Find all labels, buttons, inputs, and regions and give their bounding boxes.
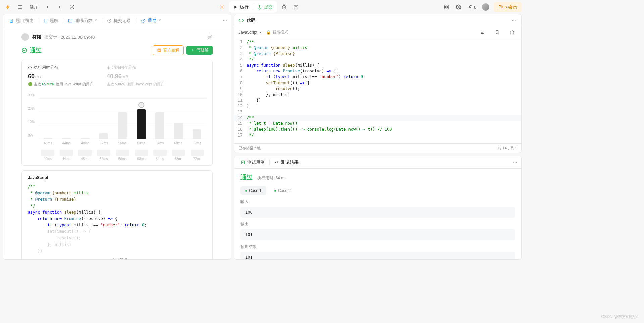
shuffle-icon[interactable] [66, 2, 77, 12]
chart-bar[interactable] [62, 138, 71, 139]
bookmark-icon[interactable] [492, 27, 502, 38]
chart-bar[interactable] [81, 138, 90, 139]
svg-rect-4 [447, 5, 448, 7]
timer-icon[interactable] [279, 2, 289, 12]
plus-badge[interactable]: Plus 会员 [494, 2, 522, 12]
memory-value: 40.96 [107, 73, 122, 80]
language-select[interactable]: JavaScript [238, 30, 262, 35]
close-icon[interactable]: ✕ [94, 18, 97, 23]
result-panel: 测试用例 测试结果 ⋯ 通过 执行用时: 64 ms Case 1Case 2 … [234, 156, 522, 260]
result-more-icon[interactable]: ⋯ [512, 158, 519, 166]
left-tabstrip: 题目描述 题解 睡眠函数✕ 提交记录 通过✕ ⋯ [3, 14, 231, 27]
case-tab[interactable]: Case 2 [270, 186, 296, 195]
toggle-sidebar-icon[interactable] [15, 2, 25, 12]
svg-rect-12 [241, 161, 244, 164]
thumb[interactable]: 68ms [169, 150, 187, 161]
svg-point-7 [458, 6, 459, 8]
streak-button[interactable]: 0 [465, 2, 479, 12]
notes-icon[interactable] [291, 2, 302, 12]
thumb[interactable]: 64ms [151, 150, 169, 161]
tab-solution[interactable]: 题解 [40, 14, 62, 27]
expected-value: 101 [240, 252, 515, 259]
link-icon[interactable] [207, 34, 213, 40]
chart-marker-avatar [138, 102, 144, 108]
chart-thumbnails: 40ms44ms48ms52ms56ms60ms64ms68ms72ms [39, 150, 206, 161]
output-value: 101 [240, 229, 515, 240]
tab-testcases[interactable]: 测试用例 [237, 156, 268, 169]
user-avatar[interactable] [21, 33, 29, 41]
output-label: 输出 [240, 221, 515, 227]
code-panel: 代码 ⋯ JavaScript 🔒 智能模式 1/**2 * @param {n… [234, 14, 522, 153]
thumb[interactable]: 52ms [95, 150, 113, 161]
submit-time: 2023.12.06 09:40 [61, 35, 95, 40]
code-lang-label: JavaScript [28, 175, 206, 180]
run-submit-pill: 运行 提交 [229, 1, 277, 13]
case-tab[interactable]: Case 1 [240, 186, 266, 195]
tab-description[interactable]: 题目描述 [6, 14, 37, 27]
thumb[interactable]: 48ms [76, 150, 94, 161]
write-solution-button[interactable]: ＋ 写题解 [186, 46, 213, 55]
svg-rect-3 [444, 5, 446, 7]
top-bar: 题库 运行 提交 0 Plus 会员 [0, 0, 524, 14]
chart-bar[interactable] [44, 138, 52, 139]
layout-icon[interactable] [441, 2, 452, 12]
runtime-chart: 0%10%20%30%40ms44ms48ms52ms56ms60ms64ms6… [28, 93, 206, 147]
prev-problem-icon[interactable] [42, 2, 53, 12]
close-icon[interactable]: ✕ [158, 18, 161, 23]
expected-label: 预期结果 [240, 244, 515, 250]
avatar[interactable] [480, 2, 491, 12]
code-more-icon[interactable]: ⋯ [510, 16, 517, 24]
debug-icon[interactable] [217, 2, 227, 12]
left-panel: 题目描述 题解 睡眠函数✕ 提交记录 通过✕ ⋯ 符韬 提交于 2023.12.… [3, 14, 231, 260]
svg-rect-5 [444, 7, 446, 9]
official-solution-button[interactable]: 官方题解 [153, 45, 184, 55]
left-body: 符韬 提交于 2023.12.06 09:40 通过 官方题解 ＋ 写题解 [3, 27, 231, 259]
code-preview-card: JavaScript /** * @param {number} millis … [21, 170, 213, 259]
thumb[interactable]: 72ms [188, 150, 206, 161]
chart-bar[interactable] [193, 129, 201, 139]
input-value: 100 [240, 207, 515, 218]
submission-header: 符韬 提交于 2023.12.06 09:40 [21, 33, 213, 41]
tab-problem[interactable]: 睡眠函数✕ [65, 14, 101, 27]
result-runtime: 执行用时: 64 ms [257, 175, 286, 181]
runtime-title: 执行用时分布 [28, 65, 93, 70]
status-pass: 通过 [21, 46, 42, 54]
cursor-pos: 行 14，列 5 [498, 146, 517, 151]
format-icon[interactable] [477, 27, 488, 38]
code-editor[interactable]: 1/**2 * @param {number} millis3 * @retur… [234, 38, 521, 143]
reset-icon[interactable] [506, 27, 517, 38]
memory-title: ◉ 消耗内存分布 [107, 65, 164, 70]
svg-point-0 [221, 6, 223, 8]
settings-icon[interactable] [453, 2, 464, 12]
username[interactable]: 符韬 [32, 34, 41, 40]
chart-bar[interactable] [137, 109, 146, 139]
input-label: 输入 [240, 199, 515, 205]
svg-rect-6 [447, 7, 448, 9]
chart-bar[interactable] [118, 112, 127, 139]
result-status: 通过 [240, 173, 253, 181]
chart-bar[interactable] [155, 112, 164, 139]
submit-button[interactable]: 提交 [253, 2, 277, 12]
more-icon[interactable]: ⋯ [221, 17, 228, 24]
tab-testresults[interactable]: 测试结果 [271, 156, 302, 169]
memory-beat: 击败 5.06% 使用 JavaScript 的用户 [107, 82, 164, 87]
distribution-card: 执行用时分布 60ms 🟢 击败 65.92% 使用 JavaScript 的用… [21, 60, 213, 166]
thumb[interactable]: 44ms [57, 150, 75, 161]
logo-icon[interactable] [3, 2, 13, 12]
saved-status: 已存储至本地 [238, 146, 261, 151]
runtime-beat: 🟢 击败 65.92% 使用 JavaScript 的用户 [28, 82, 93, 87]
tab-submissions[interactable]: 提交记录 [104, 14, 135, 27]
expand-code-button[interactable]: ⌄ 全部代码 [28, 254, 206, 259]
run-button[interactable]: 运行 [229, 2, 253, 12]
thumb[interactable]: 56ms [113, 150, 131, 161]
chart-bar[interactable] [99, 133, 108, 139]
next-problem-icon[interactable] [54, 2, 65, 12]
submit-prefix: 提交于 [44, 34, 57, 40]
thumb[interactable]: 60ms [132, 150, 150, 161]
thumb[interactable]: 40ms [39, 150, 57, 161]
runtime-value: 60 [28, 73, 35, 80]
chart-bar[interactable] [174, 123, 183, 139]
problems-link[interactable]: 题库 [27, 2, 41, 12]
auto-mode[interactable]: 🔒 智能模式 [266, 29, 288, 35]
tab-accepted[interactable]: 通过✕ [138, 14, 165, 27]
